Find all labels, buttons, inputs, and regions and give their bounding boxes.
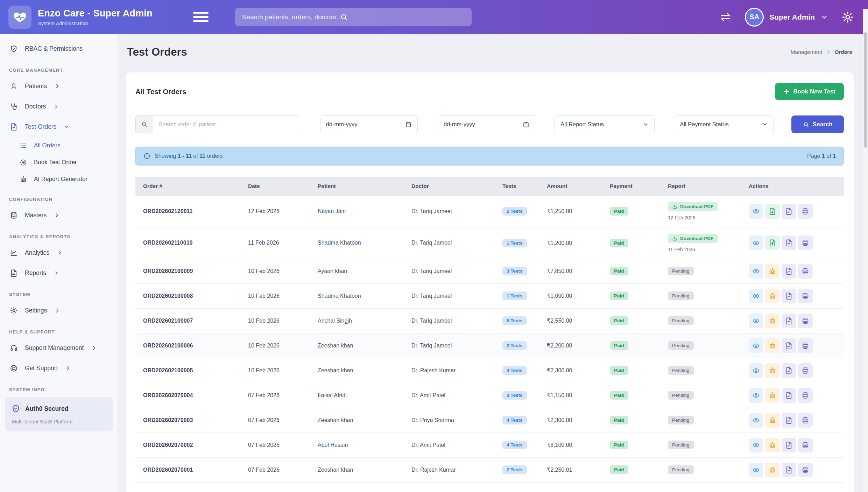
payment-status-select[interactable]: All Payment Status bbox=[674, 115, 774, 133]
sidebar-item-book-test-order[interactable]: Book Test Order bbox=[15, 155, 113, 169]
sidebar-item-get-support[interactable]: Get Support bbox=[5, 360, 113, 377]
scrollbar-thumb[interactable] bbox=[864, 32, 867, 148]
chevron-right-icon bbox=[54, 270, 59, 276]
row-actions bbox=[749, 204, 844, 219]
search-button[interactable]: Search bbox=[791, 115, 844, 133]
report-file-button[interactable] bbox=[782, 363, 796, 378]
info-icon bbox=[143, 153, 150, 160]
sidebar-item-rbac-permissions[interactable]: RBAC & Permissions bbox=[5, 40, 113, 57]
printer-icon bbox=[802, 367, 809, 374]
sidebar-item-label: Get Support bbox=[25, 365, 58, 372]
report-pending-badge: Pending bbox=[668, 267, 694, 275]
view-order-button[interactable] bbox=[749, 438, 763, 452]
ai-generate-report-button[interactable] bbox=[765, 388, 780, 403]
sidebar-item-label: Reports bbox=[25, 269, 46, 277]
report-date: 11 Feb 2026 bbox=[668, 247, 743, 252]
breadcrumb-parent[interactable]: Management bbox=[791, 49, 822, 55]
view-order-button[interactable] bbox=[749, 463, 763, 477]
sidebar-item-doctors[interactable]: Doctors bbox=[5, 98, 113, 115]
print-order-button[interactable] bbox=[798, 264, 813, 279]
view-order-button[interactable] bbox=[749, 363, 763, 378]
sidebar-item-settings[interactable]: Settings bbox=[5, 302, 113, 319]
print-order-button[interactable] bbox=[798, 363, 813, 378]
sidebar-item-masters[interactable]: Masters bbox=[5, 207, 113, 224]
download-report-button[interactable] bbox=[765, 204, 780, 219]
print-order-button[interactable] bbox=[798, 289, 813, 303]
eye-icon bbox=[752, 392, 760, 399]
page-scrollbar[interactable] bbox=[863, 9, 868, 492]
settings-gear-icon[interactable] bbox=[841, 11, 854, 23]
heart-pulse-icon bbox=[13, 10, 27, 24]
book-new-test-button[interactable]: Book New Test bbox=[775, 83, 844, 100]
report-file-button[interactable] bbox=[782, 463, 796, 477]
shield-icon bbox=[10, 45, 18, 53]
report-file-button[interactable] bbox=[782, 338, 796, 353]
view-order-button[interactable] bbox=[749, 413, 763, 428]
download-pdf-badge[interactable]: Download PDF bbox=[668, 234, 718, 243]
report-file-button[interactable] bbox=[782, 314, 796, 328]
row-actions bbox=[749, 338, 844, 353]
database-icon bbox=[10, 211, 18, 219]
auth0-secured-card: Auth0 SecuredMulti-tenant SaaS Platform bbox=[5, 397, 113, 431]
view-order-button[interactable] bbox=[749, 314, 763, 328]
sidebar-item-support-management[interactable]: Support Management bbox=[5, 339, 113, 356]
report-file-button[interactable] bbox=[782, 413, 796, 428]
global-search-input[interactable]: Search patients, orders, doctors... bbox=[235, 8, 472, 26]
user-menu[interactable]: SA Super Admin bbox=[745, 8, 828, 27]
sidebar-item-ai-report-generator[interactable]: AI Report Generator bbox=[15, 172, 113, 186]
ai-generate-report-button[interactable] bbox=[765, 438, 780, 452]
date-from-input[interactable]: dd-mm-yyyy bbox=[320, 115, 418, 133]
report-file-button[interactable] bbox=[782, 204, 796, 219]
column-header-doctor: Doctor bbox=[406, 177, 497, 196]
print-order-button[interactable] bbox=[798, 413, 813, 428]
order-search-input[interactable] bbox=[153, 116, 300, 133]
print-order-button[interactable] bbox=[798, 204, 813, 219]
view-order-button[interactable] bbox=[749, 289, 763, 303]
report-file-button[interactable] bbox=[782, 289, 796, 303]
print-order-button[interactable] bbox=[798, 236, 813, 250]
report-file-button[interactable] bbox=[782, 388, 796, 403]
eye-icon bbox=[752, 367, 760, 374]
file-report-icon bbox=[785, 317, 793, 325]
ai-generate-report-button[interactable] bbox=[765, 289, 780, 303]
sidebar-item-all-orders[interactable]: All Orders bbox=[15, 139, 113, 153]
download-pdf-badge[interactable]: Download PDF bbox=[668, 202, 718, 211]
sidebar-section-label: HELP & SUPPORT bbox=[9, 329, 113, 335]
file-text-icon bbox=[10, 269, 18, 277]
sidebar-item-patients[interactable]: Patients bbox=[5, 78, 113, 94]
ai-generate-report-button[interactable] bbox=[765, 363, 780, 378]
sidebar-item-test-orders[interactable]: Test Orders bbox=[5, 118, 113, 135]
report-file-button[interactable] bbox=[782, 438, 796, 452]
eye-icon bbox=[752, 441, 760, 449]
row-actions bbox=[749, 438, 844, 452]
print-order-button[interactable] bbox=[798, 338, 813, 353]
print-order-button[interactable] bbox=[798, 463, 813, 477]
report-status-select[interactable]: All Report Status bbox=[555, 115, 655, 133]
report-file-button[interactable] bbox=[782, 264, 796, 279]
sidebar-item-reports[interactable]: Reports bbox=[5, 265, 113, 281]
switch-tenant-icon[interactable] bbox=[720, 11, 732, 23]
ai-generate-report-button[interactable] bbox=[765, 264, 780, 279]
view-order-button[interactable] bbox=[749, 388, 763, 403]
view-order-button[interactable] bbox=[749, 338, 763, 353]
report-file-button[interactable] bbox=[782, 236, 796, 250]
menu-toggle-button[interactable] bbox=[193, 9, 209, 24]
row-actions bbox=[749, 289, 844, 303]
file-report-icon bbox=[785, 342, 793, 350]
ai-generate-report-button[interactable] bbox=[765, 413, 780, 428]
view-order-button[interactable] bbox=[749, 236, 763, 250]
download-report-button[interactable] bbox=[765, 236, 780, 250]
print-order-button[interactable] bbox=[798, 314, 813, 328]
print-order-button[interactable] bbox=[798, 388, 813, 403]
sidebar-item-analytics[interactable]: Analytics bbox=[5, 244, 113, 261]
chevron-right-icon bbox=[55, 84, 60, 89]
ai-generate-report-button[interactable] bbox=[765, 314, 780, 328]
view-order-button[interactable] bbox=[749, 204, 763, 219]
page-title: Test Orders bbox=[127, 46, 187, 58]
ai-generate-report-button[interactable] bbox=[765, 463, 780, 477]
print-order-button[interactable] bbox=[798, 438, 813, 452]
order-amount: ₹2,550.00 bbox=[547, 318, 572, 324]
ai-generate-report-button[interactable] bbox=[765, 338, 780, 353]
view-order-button[interactable] bbox=[749, 264, 763, 279]
date-to-input[interactable]: dd-mm-yyyy bbox=[438, 115, 535, 133]
